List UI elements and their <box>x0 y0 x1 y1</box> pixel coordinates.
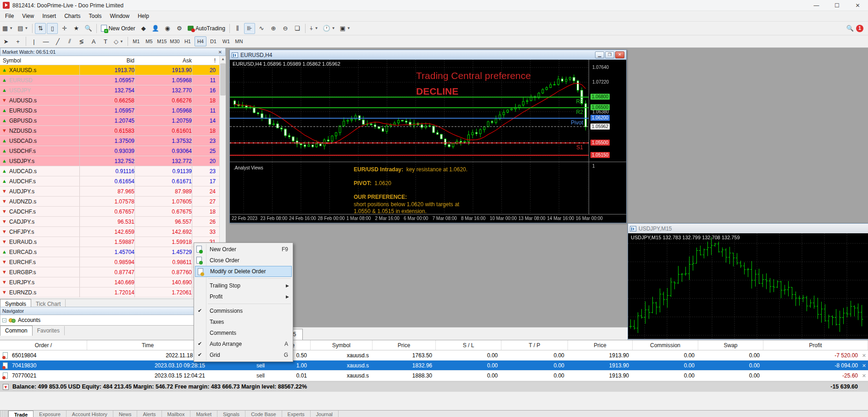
fibonacci-icon[interactable]: ≶ <box>76 36 87 47</box>
shapes-icon[interactable]: ◇▼ <box>112 36 125 47</box>
close-position-icon[interactable]: ✕ <box>862 371 866 380</box>
market-watch-row-gbpusd.s[interactable]: ▲GBPUSD.s1.207451.2075914 <box>0 116 219 126</box>
text-icon[interactable]: A <box>88 36 99 47</box>
menu-item-profit[interactable]: Profit▶ <box>194 291 293 302</box>
terminal-tab-code-base[interactable]: Code Base <box>245 411 282 417</box>
new-chart-icon[interactable]: ▦▼ <box>0 23 15 34</box>
signals-icon[interactable]: ◉ <box>162 23 173 34</box>
profiles-icon[interactable]: ▤▼ <box>16 23 30 34</box>
market-watch-row-eurgbp.s[interactable]: ▼EURGBP.s0.877470.8776013 <box>0 267 219 277</box>
market-watch-row-audusd.s[interactable]: ▼AUDUSD.s0.662580.6627618 <box>0 96 219 106</box>
tile-windows-icon[interactable]: ❏ <box>292 23 303 34</box>
timeframe-mn[interactable]: MN <box>233 36 245 46</box>
tab-common[interactable]: Common <box>0 326 33 336</box>
market-watch-row-euraud.s[interactable]: ▼EURAUD.s1.598871.5991831 <box>0 237 219 247</box>
market-watch-row-nzdusd.s[interactable]: ▼NZDUSD.s0.615830.6160118 <box>0 126 219 136</box>
chart-eurusd-titlebar[interactable]: EURUSD,H4 ▁ ❐ ✕ <box>230 50 626 60</box>
market-watch-row-audnzd.s[interactable]: ▼AUDNZD.s1.075781.0760527 <box>0 197 219 207</box>
timeframe-m15[interactable]: M15 <box>156 36 168 46</box>
terminal-column-profit[interactable]: Profit <box>763 340 868 350</box>
menu-item-new-order[interactable]: New OrderF9 <box>194 244 293 255</box>
menu-tools[interactable]: Tools <box>85 11 106 21</box>
horizontal-line-icon[interactable]: — <box>40 36 51 47</box>
terminal-column-commission[interactable]: Commission <box>633 340 698 350</box>
terminal-column-symbol[interactable]: Symbol <box>311 340 373 350</box>
terminal-tab-mailbox[interactable]: Mailbox <box>162 411 191 417</box>
market-watch-row-chfjpy.s[interactable]: ▼CHFJPY.s142.659142.69233 <box>0 227 219 237</box>
terminal-tab-exposure[interactable]: Exposure <box>33 411 66 417</box>
navigator-header[interactable]: Navigator ✕ <box>0 307 226 315</box>
market-watch-close-icon[interactable]: ✕ <box>217 50 223 55</box>
chart-usdjpy-area[interactable]: USDJPY,M15 132.783 132.799 132.708 132.7… <box>628 233 868 339</box>
package-icon[interactable]: ◆ <box>138 23 149 34</box>
market-watch-icon[interactable]: ⇅ <box>35 23 46 34</box>
chart-usdjpy-titlebar[interactable]: USDJPY,M15 <box>628 224 868 233</box>
tree-expand-icon[interactable]: − <box>2 318 6 322</box>
templates-icon[interactable]: ▣▼ <box>338 23 352 34</box>
market-watch-row-eurchf.s[interactable]: ▼EURCHF.s0.985940.9861117 <box>0 257 219 267</box>
timeframe-h4[interactable]: H4 <box>195 36 206 46</box>
menu-help[interactable]: Help <box>134 11 153 21</box>
zoom-out-icon[interactable]: ⊖ <box>280 23 291 34</box>
timeframe-m1[interactable]: M1 <box>130 36 142 46</box>
column-header-spread[interactable]: ! <box>214 57 216 64</box>
terminal-column-swap[interactable]: Swap <box>698 340 763 350</box>
close-position-icon[interactable]: ✕ <box>862 361 866 370</box>
trendline-icon[interactable]: ╱ <box>52 36 63 47</box>
scrollbar-thumb[interactable] <box>220 63 226 96</box>
timeframe-h1[interactable]: H1 <box>182 36 194 46</box>
autotrading-button[interactable]: AutoTrading <box>186 23 227 34</box>
menu-item-commissions[interactable]: ✔Commissions <box>194 305 293 316</box>
favorites-icon[interactable]: ★ <box>71 23 82 34</box>
menu-insert[interactable]: Insert <box>38 11 60 21</box>
menu-item-taxes[interactable]: Taxes <box>194 316 293 327</box>
terminal-column-price[interactable]: Price <box>373 340 436 350</box>
menu-charts[interactable]: Charts <box>60 11 84 21</box>
maximize-button[interactable]: ☐ <box>827 0 847 11</box>
chart-candles-icon[interactable]: ⊪ <box>244 23 255 34</box>
menu-item-close-order[interactable]: Close Order <box>194 255 293 266</box>
chart-close-button[interactable]: ✕ <box>615 51 624 58</box>
timeframe-m5[interactable]: M5 <box>143 36 155 46</box>
terminal-tab-alerts[interactable]: Alerts <box>137 411 161 417</box>
terminal-column-order[interactable]: Order / <box>0 340 87 350</box>
options-gears-icon[interactable]: ⚙ <box>174 23 185 34</box>
market-watch-row-audchf.s[interactable]: ▲AUDCHF.s0.616540.6167117 <box>0 176 219 186</box>
terminal-tab-market[interactable]: Market <box>190 411 217 417</box>
market-watch-row-usdchf.s[interactable]: ▲USDCHF.s0.930390.9306425 <box>0 146 219 156</box>
data-window-icon[interactable]: ▯ <box>47 23 58 34</box>
channel-icon[interactable]: ⫽ <box>64 36 75 47</box>
navigator-accounts-node[interactable]: − Accounts <box>0 315 226 325</box>
menu-item-comments[interactable]: Comments <box>194 327 293 338</box>
terminal-column-sl[interactable]: S / L <box>436 340 501 350</box>
terminal-tab-journal[interactable]: Journal <box>311 411 339 417</box>
zoom-in-icon[interactable]: ⊕ <box>268 23 279 34</box>
order-row-70770021[interactable]: 707700212023.03.15 12:04:21sell0.01xauus… <box>0 371 868 381</box>
column-header-symbol[interactable]: Symbol <box>3 57 21 64</box>
order-row-65019804[interactable]: 650198042022.11.18 10:3sell0.50xauusd.s1… <box>0 350 868 361</box>
label-icon[interactable]: T <box>100 36 111 47</box>
terminal-tab-trade[interactable]: Trade <box>8 411 33 417</box>
column-header-bid[interactable]: Bid <box>127 57 134 64</box>
chart-line-icon[interactable]: ∿ <box>256 23 267 34</box>
chart-eurusd-area[interactable]: EURUSD,H4 1.05896 1.05989 1.05862 1.0596… <box>230 60 626 223</box>
market-watch-row-usdjpy[interactable]: ▲USDJPY132.754132.77016 <box>0 85 219 96</box>
drag-grip[interactable] <box>0 411 8 417</box>
menu-view[interactable]: View <box>18 11 38 21</box>
market-watch-row-usdcad.s[interactable]: ▲USDCAD.s1.375091.3753223 <box>0 136 219 146</box>
scroll-up-icon[interactable]: ▲ <box>220 56 226 62</box>
market-watch-row-eurusd.s[interactable]: ▲EURUSD.s1.059571.0596811 <box>0 106 219 116</box>
terminal-column-tp[interactable]: T / P <box>501 340 568 350</box>
cursor-icon[interactable]: ➤ <box>0 36 11 47</box>
chart-usdjpy-canvas[interactable] <box>628 233 868 339</box>
menu-item-grid[interactable]: ✔GridG <box>194 349 293 361</box>
close-button[interactable]: ✕ <box>847 0 868 11</box>
menu-window[interactable]: Window <box>106 11 134 21</box>
publisher-icon[interactable]: 👤 <box>150 23 161 34</box>
market-watch-row-usdjpy.s[interactable]: ▲USDJPY.s132.752132.77220 <box>0 156 219 166</box>
crosshair-icon[interactable]: + <box>12 36 23 47</box>
tab-favorites[interactable]: Favorites <box>33 326 65 335</box>
periods-icon[interactable]: 🕐▼ <box>321 23 337 34</box>
market-watch-header[interactable]: Market Watch: 06:51:01 ✕ <box>0 48 226 56</box>
chart-bars-icon[interactable]: ⫼ <box>232 23 243 34</box>
